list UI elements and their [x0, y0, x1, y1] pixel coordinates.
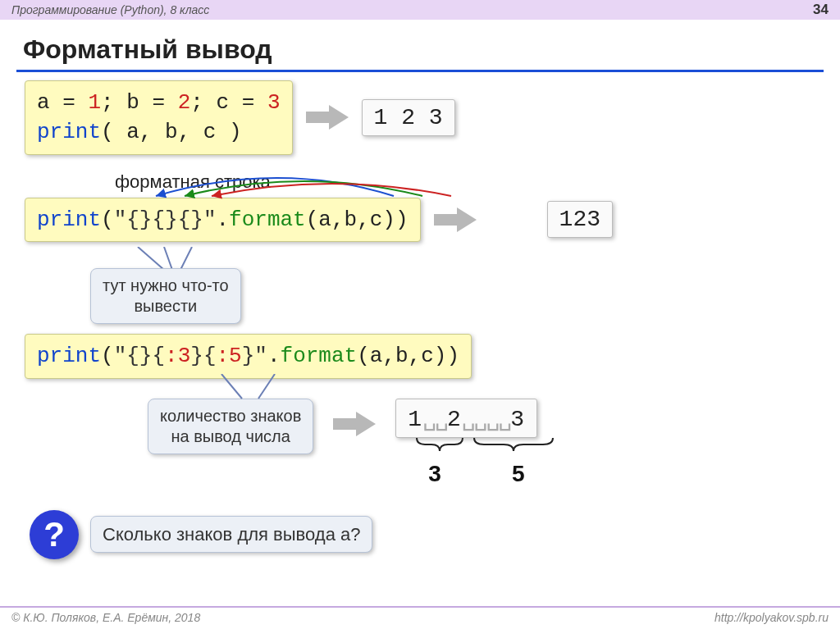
page-title: Форматный вывод: [0, 20, 840, 70]
format-string-label: форматная строка: [115, 171, 824, 193]
callout-explain: тут нужно что-то вывести: [90, 268, 241, 324]
var-a: a: [37, 90, 50, 115]
out3-digit-1: 1: [408, 407, 422, 432]
keyword-print: print: [37, 344, 101, 368]
course-title: Программирование (Python), 8 класс: [11, 3, 209, 16]
callout-1-wrap: тут нужно что-то вывести: [82, 247, 824, 319]
width-label-3: 3: [428, 461, 441, 487]
footer-bar: © К.Ю. Поляков, Е.А. Ерёмин, 2018 http:/…: [0, 606, 840, 629]
output-block-3: 1␣␣2␣␣␣␣3: [395, 399, 537, 438]
val-2: 2: [178, 90, 191, 115]
width-label-5: 5: [512, 461, 525, 487]
method-format: format: [229, 207, 306, 232]
placeholder-2: {}: [152, 207, 177, 232]
question-mark-icon: ?: [30, 510, 79, 559]
code-block-2: print("{}{}{}".format(a,b,c)): [25, 198, 421, 242]
width-spec-5: :5: [217, 344, 242, 368]
width-labels-row: 3 5: [428, 461, 587, 487]
example-2-row: print("{}{}{}".format(a,b,c)) 123: [25, 198, 824, 242]
svg-line-1: [164, 247, 172, 270]
val-1: 1: [88, 90, 101, 115]
var-c: c: [217, 90, 230, 115]
out3-digit-3: 3: [510, 407, 525, 432]
content-area: a = 1; b = 2; c = 3 print( a, b, c ) 1 2…: [0, 80, 840, 559]
header-bar: Программирование (Python), 8 класс 34: [0, 0, 840, 20]
out3-pad-5: ␣␣␣␣: [462, 407, 510, 432]
arrow-icon: [432, 206, 478, 234]
code-block-3: print("{}{:3}{:5}".format(a,b,c)): [25, 334, 472, 378]
svg-line-2: [180, 247, 192, 270]
val-3: 3: [267, 90, 281, 115]
output-block-1: 1 2 3: [362, 99, 455, 136]
svg-line-0: [138, 247, 164, 270]
out3-digit-2: 2: [447, 407, 462, 432]
code-block-1: a = 1; b = 2; c = 3 print( a, b, c ): [25, 80, 293, 155]
var-b: b: [126, 90, 139, 115]
placeholder-1: {}: [126, 207, 152, 232]
format-args: a,b,c: [370, 344, 434, 368]
output-block-2: 123: [547, 201, 613, 238]
title-underline: [16, 70, 824, 72]
out3-pad-3: ␣␣: [422, 407, 447, 432]
arrow-icon: [304, 103, 350, 131]
format-args: a,b,c: [318, 207, 382, 232]
example-3-output-row: количество знаков на вывод числа 1␣␣2␣␣␣…: [148, 399, 824, 487]
example-1-row: a = 1; b = 2; c = 3 print( a, b, c ) 1 2…: [25, 80, 824, 155]
method-format: format: [281, 344, 358, 368]
example-3-group: print("{}{:3}{:5}".format(a,b,c)) количе…: [16, 334, 824, 486]
print-args: ( a, b, c ): [101, 120, 242, 144]
width-braces: [399, 436, 587, 464]
arrow-icon: [331, 410, 377, 438]
placeholder-3: {}: [178, 207, 203, 232]
question-text: Сколько знаков для вывода a?: [90, 516, 372, 554]
width-spec-3: :3: [165, 344, 190, 368]
footer-copyright: © К.Ю. Поляков, Е.А. Ерёмин, 2018: [11, 611, 200, 624]
keyword-print: print: [37, 207, 101, 232]
callout-2-wrap: количество знаков на вывод числа: [148, 399, 313, 454]
question-row: ? Сколько знаков для вывода a?: [30, 510, 824, 559]
keyword-print: print: [37, 120, 101, 144]
callout-width: количество знаков на вывод числа: [148, 399, 313, 454]
page-number: 34: [813, 2, 829, 18]
footer-url: http://kpolyakov.spb.ru: [714, 611, 829, 624]
output-block-3-wrap: 1␣␣2␣␣␣␣3 3 5: [395, 399, 587, 487]
